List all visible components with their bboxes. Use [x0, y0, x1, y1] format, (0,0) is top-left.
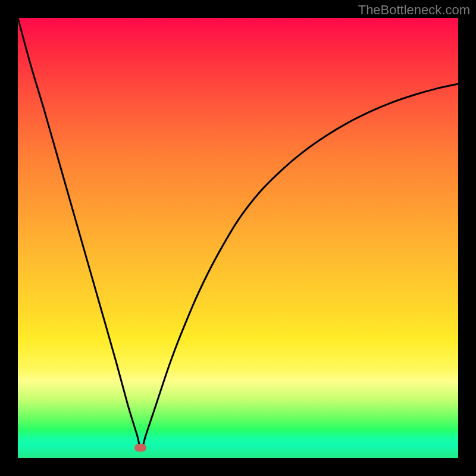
minimum-marker	[134, 444, 146, 452]
bottleneck-curve	[18, 18, 458, 449]
chart-frame: TheBottleneck.com	[0, 0, 476, 476]
curve-layer	[18, 18, 458, 458]
watermark-text: TheBottleneck.com	[358, 2, 470, 18]
